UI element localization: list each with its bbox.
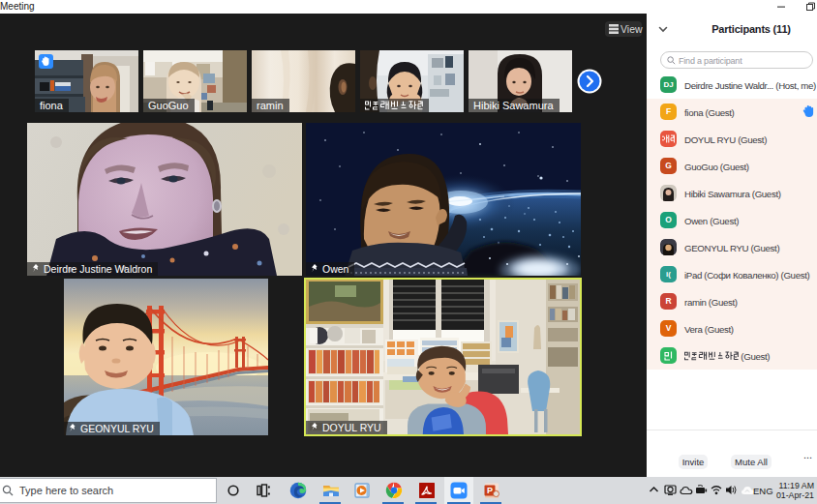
svg-text:P: P [487, 486, 493, 495]
